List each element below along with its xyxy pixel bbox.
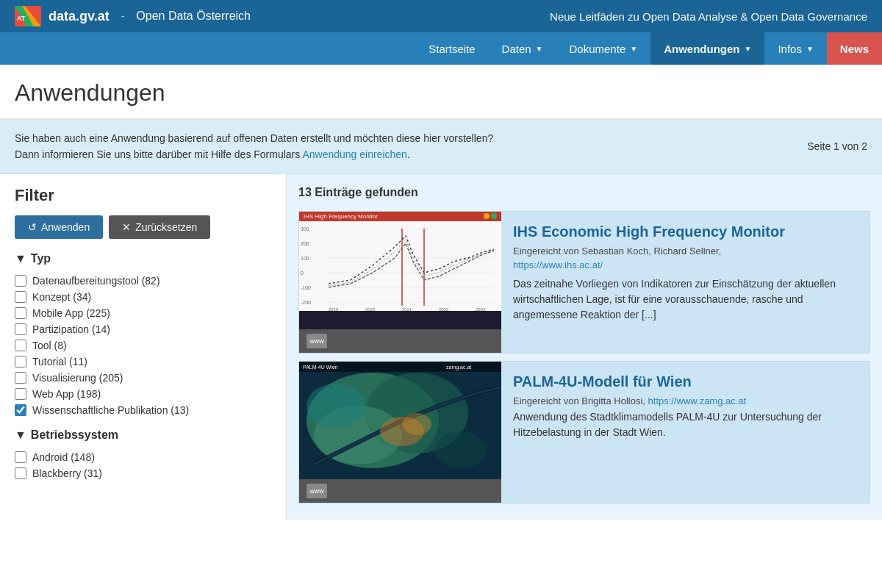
main-nav: Startseite Daten ▼ Dokumente ▼ Anwendung… [0,32,882,65]
reset-filter-button[interactable]: ✕ Zurücksetzen [109,215,210,239]
close-icon: ✕ [122,221,131,233]
map-svg: PALM-4U Wien zamg.ac.at [299,362,501,479]
typ-section-header[interactable]: ▼ Typ [15,252,271,265]
filter-label-mobileapp[interactable]: Mobile App (225) [32,307,110,319]
card-title-palm[interactable]: PALM-4U-Modell für Wien [513,372,858,391]
filter-label-webapp[interactable]: Web App (198) [32,388,101,400]
svg-text:zamg.ac.at: zamg.ac.at [446,365,471,370]
filter-checkbox-konzept[interactable] [15,291,26,303]
chart-svg: 300 200 100 0 -100 -200 2019 2020 2021 2… [299,221,501,311]
filter-checkbox-datenaufbereitungstool[interactable] [15,275,26,287]
filter-item-webapp: Web App (198) [15,386,271,402]
info-line1: Sie haben auch eine Anwendung basierend … [15,132,493,144]
site-branding: AT data.gv.at - Open Data Österreich [15,6,251,26]
chevron-down-icon: ▼ [15,252,26,265]
svg-text:2019: 2019 [329,307,339,311]
filter-item-tool: Tool (8) [15,337,271,354]
www-icon: www [306,334,327,348]
filter-sidebar: Filter ↺ Anwenden ✕ Zurücksetzen ▼ Typ D… [0,174,287,520]
chart-image-ihs: IHS High Frequency Monitor [299,212,501,329]
filter-label-visualisierung[interactable]: Visualisierung (205) [32,372,123,384]
filter-label-datenaufbereitungstool[interactable]: Datenaufbereitungstool (82) [32,275,160,287]
card-thumbnail-palm: PALM-4U Wien zamg.ac.at www [299,362,501,503]
map-image-palm: PALM-4U Wien zamg.ac.at [299,362,501,479]
filter-checkbox-tool[interactable] [15,340,26,351]
apply-filter-button[interactable]: ↺ Anwenden [15,215,103,239]
svg-point-29 [402,413,431,435]
www-icon: www [306,484,327,498]
filter-item-mobileapp: Mobile App (225) [15,305,271,321]
submit-application-link[interactable]: Anwendung einreichen [302,148,406,160]
filter-label-tool[interactable]: Tool (8) [32,340,67,351]
nav-startseite[interactable]: Startseite [415,32,488,65]
betriebssystem-section-label: Betriebssystem [31,429,118,442]
results-panel: 13 Einträge gefunden IHS High Frequency … [287,174,882,520]
nav-anwendungen[interactable]: Anwendungen ▼ [650,32,764,65]
page-header: Anwendungen [0,65,882,120]
filter-checkbox-mobileapp[interactable] [15,307,26,319]
filter-item-partizipation: Partizipation (14) [15,321,271,337]
filter-checkbox-wissenschaftliche-publikation[interactable] [15,404,26,416]
results-count: 13 Einträge gefunden [298,183,870,202]
nav-daten[interactable]: Daten ▼ [489,32,556,65]
svg-text:2022: 2022 [439,307,449,311]
card-content-palm: PALM-4U-Modell für Wien Eingereicht von … [501,362,870,503]
card-title-ihs[interactable]: IHS Economic High Frequency Monitor [513,222,858,241]
site-name: data.gv.at [49,9,110,24]
page-title: Anwendungen [15,79,867,107]
filter-item-blackberry: Blackberry (31) [15,465,271,481]
filter-checkbox-webapp[interactable] [15,388,26,400]
card-link-palm[interactable]: https://www.zamg.ac.at [648,395,747,406]
filter-buttons: ↺ Anwenden ✕ Zurücksetzen [15,215,271,239]
refresh-icon: ↺ [28,221,37,233]
chevron-down-icon: ▼ [536,45,543,53]
filter-label-tutorial[interactable]: Tutorial (11) [32,356,87,368]
close-icon [476,213,482,219]
page-count: Seite 1 von 2 [807,140,867,152]
nav-infos[interactable]: Infos ▼ [764,32,826,65]
card-description-ihs: Das zeitnahe Vorliegen von Indikatoren z… [513,276,858,323]
card-submitted-ihs: Eingereicht von Sebastian Koch, Richard … [513,245,858,257]
filter-title: Filter [15,186,271,205]
result-card-ihs: IHS High Frequency Monitor [298,211,870,354]
filter-checkbox-tutorial[interactable] [15,356,26,368]
info-box: Sie haben auch eine Anwendung basierend … [0,120,882,174]
svg-text:2023: 2023 [476,307,486,311]
svg-text:-100: -100 [301,285,311,290]
nav-news[interactable]: News [827,32,882,65]
nav-dokumente[interactable]: Dokumente ▼ [556,32,651,65]
filter-label-android[interactable]: Android (148) [32,451,95,463]
svg-text:300: 300 [301,226,309,232]
filter-label-partizipation[interactable]: Partizipation (14) [32,323,110,335]
site-subtitle: Open Data Österreich [136,10,251,23]
svg-text:100: 100 [301,256,309,261]
filter-checkbox-android[interactable] [15,451,26,463]
card-submitted-palm: Eingereicht von Brigitta Hollosi, https:… [513,395,858,406]
maximize-icon [491,213,497,219]
filter-item-android: Android (148) [15,449,271,465]
filter-label-konzept[interactable]: Konzept (34) [32,291,91,303]
typ-section-label: Typ [31,252,51,265]
info-suffix: . [407,148,410,160]
filter-label-blackberry[interactable]: Blackberry (31) [32,467,102,479]
card-description-palm: Anwendung des Stadtklimamodells PALM-4U … [513,409,858,440]
info-line2: Dann informieren Sie uns bitte darüber m… [15,148,300,160]
minimize-icon [484,213,490,219]
betriebssystem-section-header[interactable]: ▼ Betriebssystem [15,429,271,442]
filter-item-wissenschaftliche-publikation: Wissenschaftliche Publikation (13) [15,402,271,418]
banner-announcement: Neue Leitfäden zu Open Data Analyse & Op… [550,10,867,23]
result-card-palm: PALM-4U Wien zamg.ac.at www PALM-4U-Mode… [298,361,870,503]
filter-checkbox-blackberry[interactable] [15,467,26,479]
svg-text:2020: 2020 [365,307,376,311]
svg-rect-4 [299,221,501,311]
main-content: Filter ↺ Anwenden ✕ Zurücksetzen ▼ Typ D… [0,174,882,520]
filter-checkbox-partizipation[interactable] [15,323,26,335]
filter-item-datenaufbereitungstool: Datenaufbereitungstool (82) [15,273,271,289]
chevron-down-icon: ▼ [806,45,814,53]
svg-text:200: 200 [301,241,309,246]
filter-checkbox-visualisierung[interactable] [15,372,26,384]
filter-label-wissenschaftliche-publikation[interactable]: Wissenschaftliche Publikation (13) [32,404,189,416]
filter-item-visualisierung: Visualisierung (205) [15,370,271,386]
svg-text:AT: AT [17,15,26,22]
card-link-ihs[interactable]: https://www.ihs.ac.at/ [513,259,858,270]
